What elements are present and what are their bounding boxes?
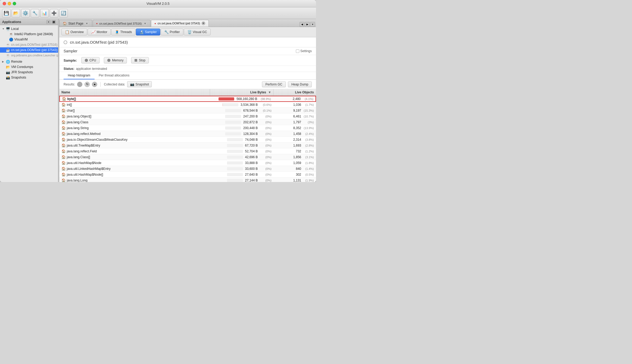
sidebar-item-label-oomtest2: cn.sxt.java.OOMTest (pid 37543) bbox=[11, 48, 57, 52]
live-bytes-value-9: 52,704 B bbox=[245, 149, 258, 153]
tab-oom1-label: cn.sxt.java.OOMTest (pid 37516) bbox=[99, 22, 142, 25]
memory-sample-button[interactable]: Memory bbox=[104, 57, 127, 63]
th-live-objects[interactable]: Live Objects bbox=[274, 89, 316, 95]
sidebar-header: Applications ✕ ⬛ bbox=[0, 19, 58, 25]
th-live-bytes[interactable]: Live Bytes ▼ bbox=[210, 89, 274, 95]
th-live-objects-label: Live Objects bbox=[295, 90, 314, 94]
tab-per-thread[interactable]: Per thread allocations bbox=[95, 72, 134, 79]
table-row[interactable]: 🏠 java.lang.Class 202,872 B (0%) 1,797 (… bbox=[59, 119, 316, 125]
toolbar-btn-chart[interactable]: 📊 bbox=[40, 9, 49, 17]
th-name-label: Name bbox=[61, 90, 70, 94]
sidebar-item-remote[interactable]: ▶ 🌐 Remote bbox=[0, 59, 58, 64]
th-name[interactable]: Name bbox=[59, 89, 210, 95]
sidebar-tree: ▼ 🖥️ Local ☕ IntelliJ Platform (pid 2840… bbox=[0, 25, 58, 182]
live-objects-value-11: 1,059 bbox=[293, 161, 301, 165]
table-header: Name Live Bytes ▼ Live Objects bbox=[59, 89, 316, 96]
table-row[interactable]: 🏠 java.util.HashMap$Node 33,888 B (0%) 1… bbox=[59, 160, 316, 166]
results-stop-btn[interactable]: ■ bbox=[92, 82, 97, 87]
sidebar-title: Applications bbox=[2, 20, 21, 24]
perform-gc-button[interactable]: Perform GC bbox=[262, 81, 286, 87]
heap-dump-button[interactable]: Heap Dump bbox=[288, 81, 312, 87]
table-row[interactable]: 🏠 char[] 678,544 B (0.1%) 9,197 (15.3%) bbox=[59, 108, 316, 113]
sidebar-item-vm-coredumps[interactable]: 📂 VM Coredumps bbox=[0, 64, 58, 70]
tab-start-page[interactable]: 🏠 Start Page ✕ bbox=[59, 20, 92, 27]
table-row[interactable]: 🏠 int[] 3,534,368 B (0.6%) 1,036 bbox=[59, 102, 316, 108]
toolbar-btn-tools[interactable]: 🔧 bbox=[31, 9, 39, 17]
close-button[interactable] bbox=[3, 2, 6, 5]
table-row[interactable]: 🏠 java.util.LinkedHashMap$Entry 33,600 B… bbox=[59, 166, 316, 172]
live-bytes-pct-13: (0%) bbox=[260, 173, 272, 176]
tab-heap-histogram[interactable]: Heap histogram bbox=[64, 72, 95, 79]
sub-tab-profiler[interactable]: 🔧 Profiler bbox=[161, 29, 183, 35]
results-tab-bar: Heap histogram Per thread allocations bbox=[59, 72, 316, 80]
table-row[interactable]: 🏠 java.lang.Class[] 42,696 B (0%) 1,856 … bbox=[59, 154, 316, 160]
snapshot-button[interactable]: 📷 Snapshot bbox=[127, 81, 152, 87]
title-bar: VisualVM 2.0.5 bbox=[0, 0, 316, 7]
class-icon-3: 🏠 bbox=[61, 114, 66, 118]
sub-tab-monitor[interactable]: 📈 Monitor bbox=[88, 29, 111, 35]
sidebar-item-visualvm[interactable]: 🔵 VisualVM bbox=[0, 37, 58, 42]
table-row[interactable]: 🏠 java.lang.reflect.Method 128,304 B (0%… bbox=[59, 131, 316, 137]
sidebar-menu-button[interactable]: ⬛ bbox=[52, 20, 56, 24]
table-row[interactable]: 🏠 java.lang.reflect.Field 52,704 B (0%) … bbox=[59, 148, 316, 154]
cpu-sample-button[interactable]: CPU bbox=[81, 57, 100, 63]
settings-checkbox[interactable] bbox=[296, 49, 299, 53]
window: VisualVM 2.0.5 💾 📂 ⚙️ 🔧 📊 ➕ 🔄 Applicatio… bbox=[0, 0, 316, 182]
table-row[interactable]: 🏠 byte[] 568,160,280 B (98.9%) 2,480 bbox=[59, 96, 316, 102]
table-row[interactable]: 🏠 java.io.ObjectStreamClass$WeakClassKey… bbox=[59, 137, 316, 143]
launcher-icon: ☕ bbox=[6, 53, 10, 57]
results-refresh-btn[interactable]: ↻ bbox=[84, 82, 90, 87]
tab-start-page-close[interactable]: ✕ bbox=[85, 22, 89, 25]
sub-tab-visual-gc[interactable]: 🗑️ Visual GC bbox=[184, 29, 211, 35]
toolbar-btn-add[interactable]: ➕ bbox=[50, 9, 58, 17]
table-row[interactable]: 🏠 java.util.HashMap$Node[] 27,640 B (0%)… bbox=[59, 172, 316, 178]
td-livebytes-2: 678,544 B (0.1%) bbox=[210, 108, 274, 113]
sidebar-item-snapshots[interactable]: 📸 Snapshots bbox=[0, 75, 58, 80]
sidebar-item-launcher[interactable]: ☕ org.jetbrains.jps.cmdline.Launcher (pi… bbox=[0, 53, 58, 58]
tab-oom2-close[interactable]: ✕ bbox=[202, 21, 205, 25]
tab-oom2[interactable]: ● cn.sxt.java.OOMTest (pid 37543) ✕ bbox=[151, 20, 209, 27]
sidebar-item-local[interactable]: ▼ 🖥️ Local bbox=[0, 26, 58, 31]
table-row[interactable]: 🏠 java.lang.Object[] 247,200 B (0%) 6,46… bbox=[59, 113, 316, 119]
table-row[interactable]: 🏠 java.util.TreeMap$Entry 67,720 B (0%) … bbox=[59, 143, 316, 148]
stop-sample-button[interactable]: Stop bbox=[131, 57, 149, 63]
sidebar-item-oomtest2[interactable]: ☕ cn.sxt.java.OOMTest (pid 37543) bbox=[0, 47, 58, 53]
sub-tab-overview[interactable]: 📋 Overview bbox=[61, 29, 87, 35]
class-icon-1: 🏠 bbox=[61, 103, 66, 107]
bytes-bar-container-14 bbox=[227, 179, 243, 182]
table-row[interactable]: 🏠 java.lang.String 200,448 B (0%) 8,352 … bbox=[59, 125, 316, 131]
td-livebytes-3: 247,200 B (0%) bbox=[210, 114, 274, 119]
tab-prev-button[interactable]: ◀ bbox=[300, 22, 304, 27]
tab-oom1[interactable]: ● cn.sxt.java.OOMTest (pid 37516) ✕ bbox=[93, 20, 150, 27]
sub-tab-sampler[interactable]: 🔬 Sampler bbox=[136, 29, 160, 35]
table-row[interactable]: 🏠 java.lang.Long 27,144 B (0%) 1,131 (1.… bbox=[59, 178, 316, 182]
tab-menu-button[interactable]: ▾ bbox=[310, 22, 315, 27]
monitor-icon: 📈 bbox=[91, 30, 96, 34]
live-bytes-pct-12: (0%) bbox=[260, 167, 272, 170]
toolbar-btn-refresh[interactable]: 🔄 bbox=[59, 9, 68, 17]
content-area: 🏠 Start Page ✕ ● cn.sxt.java.OOMTest (pi… bbox=[59, 19, 316, 182]
maximize-button[interactable] bbox=[13, 2, 16, 5]
settings-button[interactable]: Settings bbox=[296, 49, 312, 53]
toolbar-btn-save[interactable]: 💾 bbox=[2, 9, 11, 17]
local-icon: 🖥️ bbox=[6, 27, 10, 31]
row-name-1: int[] bbox=[67, 103, 72, 107]
minimize-button[interactable] bbox=[8, 2, 11, 5]
tab-oom1-close[interactable]: ✕ bbox=[143, 22, 147, 25]
toolbar-btn-open[interactable]: 📂 bbox=[12, 9, 20, 17]
class-icon-13: 🏠 bbox=[61, 172, 66, 176]
sidebar-item-jfr-snapshots[interactable]: 📷 JFR Snapshots bbox=[0, 70, 58, 75]
live-objects-value-10: 1,856 bbox=[293, 155, 301, 159]
sidebar-item-oomtest1[interactable]: ☕ cn.sxt.java.OOMTest (pid 37516) bbox=[0, 42, 58, 47]
sidebar-item-intellij[interactable]: ☕ IntelliJ Platform (pid 28408) bbox=[0, 31, 58, 37]
title-bar-buttons bbox=[3, 2, 16, 5]
sub-tab-threads[interactable]: 🧵 Threads bbox=[111, 29, 135, 35]
results-circle-btn1[interactable] bbox=[77, 82, 82, 87]
tab-next-button[interactable]: ▶ bbox=[305, 22, 310, 27]
live-objects-pct-11: (1.8%) bbox=[302, 161, 314, 165]
sidebar-pin-button[interactable]: ✕ bbox=[46, 20, 51, 24]
class-icon-14: 🏠 bbox=[61, 178, 66, 182]
toolbar-btn-settings[interactable]: ⚙️ bbox=[21, 9, 30, 17]
sample-controls: Sample: CPU Memory Stop bbox=[59, 55, 316, 66]
tree-toggle-remote: ▶ bbox=[2, 60, 5, 63]
